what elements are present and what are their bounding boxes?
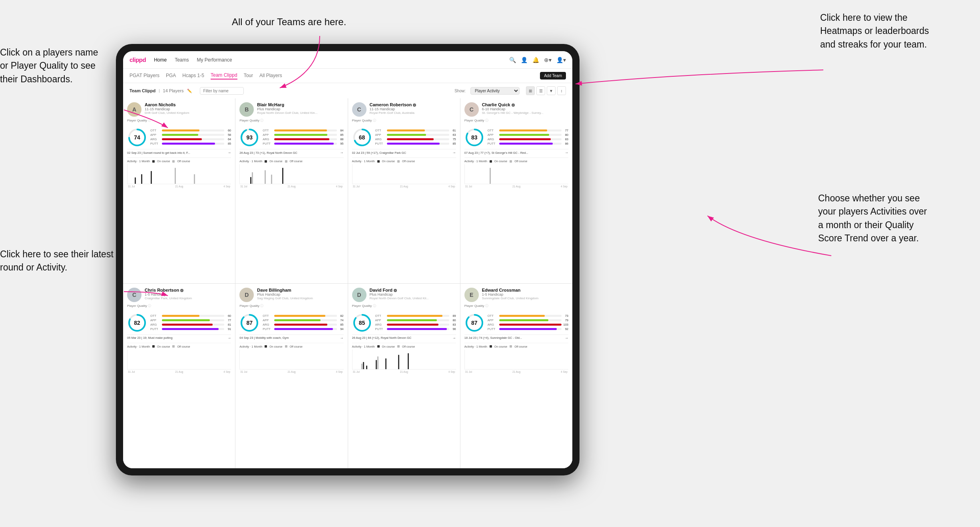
subnav-pgat[interactable]: PGAT Players <box>129 73 159 79</box>
on-course-legend <box>152 160 155 163</box>
quality-number: 68 <box>359 134 365 141</box>
nav-teams[interactable]: Teams <box>175 57 189 63</box>
notification-icon[interactable]: 🔔 <box>532 57 539 63</box>
chart-area <box>464 164 568 184</box>
chart-labels: 31 Jul 21 Aug 4 Sep <box>127 370 231 373</box>
nav-icons: 🔍 👤 🔔 ⊕▾ 👤▾ <box>509 57 566 63</box>
player-name[interactable]: David Ford ✓ <box>370 288 456 292</box>
list-view-icon[interactable]: ☰ <box>536 86 545 95</box>
ipad-screen: clippd Home Teams My Performance 🔍 👤 🔔 ⊕… <box>123 51 572 468</box>
off-course-legend <box>397 345 400 348</box>
subnav-pga[interactable]: PGA <box>166 73 176 79</box>
activity-section: Activity · 1 Month On course Off course … <box>352 157 456 188</box>
chart-labels: 31 Jul 21 Aug 4 Sep <box>127 185 231 188</box>
quality-section[interactable]: 87 OTT 82 APP 74 ARG 85 <box>239 313 343 333</box>
quality-circle[interactable]: 85 <box>352 313 372 333</box>
player-name[interactable]: Blair McHarg <box>257 102 343 107</box>
settings-icon[interactable]: ⊕▾ <box>544 57 552 63</box>
latest-round[interactable]: 18 Jul 23 | 74 (+4), Sunningdale GC - Ol… <box>464 334 568 341</box>
player-name[interactable]: Charlie Quick ✓ <box>482 102 568 107</box>
grid-view-icon[interactable]: ⊞ <box>526 86 535 95</box>
player-card: E Edward Crossman 1-5 Handicap Sunningda… <box>460 284 572 469</box>
show-select[interactable]: Player Activity Quality Score Trend <box>470 87 520 95</box>
subnav-all-players[interactable]: All Players <box>259 73 282 79</box>
activity-section: Activity · 1 Month On course Off course … <box>239 157 343 188</box>
off-course-legend <box>285 345 287 348</box>
quality-section[interactable]: 68 OTT 61 APP 63 ARG 75 <box>352 127 456 147</box>
player-handicap: 1-5 Handicap <box>482 292 568 296</box>
player-card: C Chris Robertson ✓ 1-5 Handicap Craigmi… <box>123 284 235 469</box>
latest-round[interactable]: 26 Aug 23 | 73 (+1), Royal North Devon G… <box>239 149 343 156</box>
subnav-team-clippd[interactable]: Team Clippd <box>211 72 237 80</box>
player-header: D Dave Billingham Plus Handicap Sag Magi… <box>239 288 343 302</box>
chart-area <box>352 164 456 184</box>
activity-header: Activity · 1 Month On course Off course <box>239 159 343 163</box>
arrow-right-icon: → <box>565 151 568 155</box>
player-name[interactable]: Edward Crossman <box>482 288 568 292</box>
player-name[interactable]: Dave Billingham <box>257 288 343 292</box>
filter-icon[interactable]: ▼ <box>547 86 556 95</box>
quality-circle[interactable]: 82 <box>127 313 147 333</box>
quality-circle[interactable]: 87 <box>464 313 484 333</box>
avatar: D <box>352 288 367 302</box>
quality-section[interactable]: 87 OTT 73 APP 79 ARG 103 <box>464 313 568 333</box>
quality-circle[interactable]: 87 <box>239 313 259 333</box>
quality-circle[interactable]: 83 <box>464 127 484 147</box>
quality-circle[interactable]: 68 <box>352 127 372 147</box>
on-course-legend <box>265 345 267 348</box>
quality-number: 83 <box>471 134 478 141</box>
nav-logo[interactable]: clippd <box>129 56 146 63</box>
arrow-right-icon: → <box>227 151 231 155</box>
chart-labels: 31 Jul 21 Aug 4 Sep <box>239 370 343 373</box>
nav-my-performance[interactable]: My Performance <box>197 57 232 63</box>
off-course-legend <box>510 160 512 163</box>
player-name[interactable]: Chris Robertson ✓ <box>145 288 231 292</box>
quality-section[interactable]: 85 OTT 89 APP 80 ARG 83 <box>352 313 456 333</box>
latest-round[interactable]: 26 Aug 23 | 84 (+12), Royal North Devon … <box>352 334 456 341</box>
search-icon[interactable]: 🔍 <box>509 57 516 63</box>
player-club: Sunningdale Golf Club, United Kingdom <box>482 296 568 300</box>
latest-round-text: 26 Aug 23 | 73 (+1), Royal North Devon G… <box>239 151 338 155</box>
latest-round[interactable]: 02 Jul 23 | 59 (+17), Craigmillar Park G… <box>352 149 456 156</box>
quality-section[interactable]: 83 OTT 77 APP 80 ARG 83 <box>464 127 568 147</box>
player-card: C Cameron Robertson ✓ 11-15 Handicap Roy… <box>348 98 460 283</box>
team-title: Team Clippd <box>129 88 155 93</box>
quality-number: 87 <box>471 320 478 326</box>
player-name[interactable]: Aaron Nicholls <box>145 102 231 107</box>
latest-round[interactable]: 07 Aug 23 | 77 (+7), St George's Hill GC… <box>464 149 568 156</box>
latest-round[interactable]: 02 Sep 23 | Sunset round to get back int… <box>127 149 231 156</box>
latest-round[interactable]: 05 Mar 23 | 19; Must make putting → <box>127 334 231 341</box>
quality-circle[interactable]: 74 <box>127 127 147 147</box>
arrow-right-icon: → <box>340 336 344 340</box>
chart-labels: 31 Jul 21 Aug 4 Sep <box>239 185 343 188</box>
chart-labels: 31 Jul 21 Aug 4 Sep <box>464 370 568 373</box>
profile-icon[interactable]: 👤 <box>521 57 528 63</box>
filter-input[interactable] <box>200 87 244 95</box>
subnav-hcaps[interactable]: Hcaps 1-5 <box>182 73 204 79</box>
quality-section[interactable]: 74 OTT 60 APP 58 ARG 64 <box>127 127 231 147</box>
avatar: C <box>127 288 141 302</box>
player-club: St. George's Hill GC - Weybridge - Surre… <box>482 111 568 115</box>
team-header: Team Clippd | 14 Players ✏️ Show: Player… <box>123 83 572 98</box>
latest-round-callout: Click here to see their latestround or A… <box>0 248 124 274</box>
quality-section[interactable]: 93 OTT 84 APP 85 ARG 88 <box>239 127 343 147</box>
activity-header: Activity · 1 Month On course Off course <box>352 345 456 348</box>
on-course-legend <box>377 160 380 163</box>
player-header: B Blair McHarg Plus Handicap Royal North… <box>239 102 343 117</box>
add-team-button[interactable]: Add Team <box>540 72 566 80</box>
player-header: D David Ford ✓ Plus Handicap Royal North… <box>352 288 456 302</box>
edit-team-icon[interactable]: ✏️ <box>187 89 192 93</box>
subnav-tour[interactable]: Tour <box>244 73 253 79</box>
nav-home[interactable]: Home <box>154 57 167 63</box>
player-name[interactable]: Cameron Robertson ✓ <box>370 102 456 107</box>
arrow-right-icon: → <box>340 151 344 155</box>
avatar-icon[interactable]: 👤▾ <box>556 57 566 63</box>
sort-icon[interactable]: ↕ <box>557 86 566 95</box>
player-header: E Edward Crossman 1-5 Handicap Sunningda… <box>464 288 568 302</box>
latest-round[interactable]: 04 Sep 23 | Mobility with coach, Gym → <box>239 334 343 341</box>
quality-section[interactable]: 82 OTT 60 APP 77 ARG 81 <box>127 313 231 333</box>
quality-circle[interactable]: 93 <box>239 127 259 147</box>
quality-label: Player Quality ⓘ <box>239 118 343 123</box>
chart-area <box>127 164 231 184</box>
activity-header: Activity · 1 Month On course Off course <box>239 345 343 348</box>
